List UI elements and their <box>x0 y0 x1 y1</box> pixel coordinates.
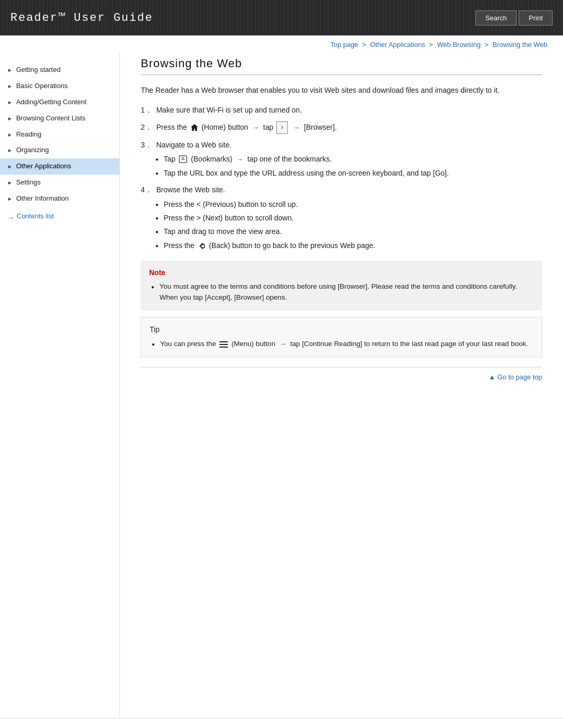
note-box: Note You must agree to the terms and con… <box>141 261 542 311</box>
step-3-subbullets: Tap (Bookmarks) → tap one of the bookmar… <box>155 153 542 179</box>
chevron-right-icon: ► <box>7 99 13 106</box>
step-3: 3． Navigate to a Web site. Tap (Bookmark… <box>141 139 542 179</box>
svg-rect-4 <box>219 347 228 348</box>
step-4-subbullets: Press the < (Previous) button to scroll … <box>155 199 542 252</box>
page-header: Reader™ User Guide Search Print <box>0 0 563 35</box>
go-to-top-link[interactable]: ▲ Go to page top <box>489 373 543 381</box>
sub-bullet: Tap and drag to move the view area. <box>155 226 542 237</box>
tip-label: Tip <box>150 324 533 335</box>
sub-bullet: Press the (Back) button to go back to th… <box>155 240 542 251</box>
chevron-right-icon: ► <box>7 131 13 138</box>
breadcrumb-top-page[interactable]: Top page <box>331 41 359 48</box>
note-label: Note <box>149 267 534 278</box>
svg-point-1 <box>182 157 184 159</box>
breadcrumb-current: Browsing the Web <box>493 41 547 48</box>
sidebar-item-reading[interactable]: ► Reading <box>0 127 119 143</box>
breadcrumb-web-browsing[interactable]: Web Browsing <box>437 41 481 48</box>
svg-rect-3 <box>219 344 228 345</box>
breadcrumb: Top page > Other Applications > Web Brow… <box>0 35 563 52</box>
search-button[interactable]: Search <box>475 10 517 26</box>
chevron-right-icon: ► <box>7 179 13 186</box>
sidebar-item-label: Basic Operations <box>16 82 68 91</box>
step-text: Navigate to a Web site. <box>156 141 231 149</box>
sidebar-item-label: Getting started <box>16 66 60 75</box>
svg-rect-2 <box>219 341 228 342</box>
page-layout: ► Getting started ► Basic Operations ► A… <box>0 52 563 718</box>
arrow-symbol: → <box>279 339 286 350</box>
app-title: Reader™ User Guide <box>10 11 153 24</box>
arrow-right-icon <box>7 214 15 219</box>
step-number: 3． <box>141 139 152 151</box>
home-icon <box>190 124 199 132</box>
sidebar-item-label: Settings <box>16 178 41 187</box>
back-icon <box>198 242 206 250</box>
chevron-right-icon: ► <box>7 195 13 202</box>
step-text: Browse the Web site. <box>156 186 225 194</box>
chevron-right-icon: ► <box>7 147 13 154</box>
step-number: 1． <box>141 104 152 116</box>
sidebar-item-label: Other Information <box>16 194 69 203</box>
chevron-right-icon: ► <box>7 115 13 122</box>
print-button[interactable]: Print <box>519 10 553 26</box>
chevron-right-icon: ► <box>7 83 13 90</box>
arrow-symbol: → <box>293 122 300 133</box>
sidebar: ► Getting started ► Basic Operations ► A… <box>0 52 120 718</box>
bookmark-icon <box>178 155 188 164</box>
sidebar-item-label: Reading <box>16 130 41 139</box>
sidebar-item-other-information[interactable]: ► Other Information <box>0 191 119 207</box>
main-content: Browsing the Web The Reader has a Web br… <box>120 52 563 718</box>
sub-bullet: Press the < (Previous) button to scroll … <box>155 199 542 210</box>
page-title: Browsing the Web <box>141 57 542 75</box>
sidebar-item-label: Adding/Getting Content <box>16 98 87 107</box>
chevron-right-icon: ► <box>7 67 13 73</box>
chevron-right-icon: ► <box>7 163 13 170</box>
sidebar-item-label: Organizing <box>16 146 49 155</box>
breadcrumb-other-applications[interactable]: Other Applications <box>370 41 425 48</box>
note-bullets: You must agree to the terms and conditio… <box>151 281 534 303</box>
step-text: Make sure that Wi-Fi is set up and turne… <box>156 106 302 114</box>
sub-bullet: Tap (Bookmarks) → tap one of the bookmar… <box>155 153 542 165</box>
sidebar-item-other-applications[interactable]: ► Other Applications <box>0 158 119 175</box>
tip-box: Tip You can press the (Menu) button → ta… <box>141 317 542 357</box>
svg-rect-0 <box>179 156 187 163</box>
menu-icon <box>219 341 228 348</box>
sidebar-item-settings[interactable]: ► Settings <box>0 175 119 191</box>
sub-bullet: Press the > (Next) button to scroll down… <box>155 212 542 224</box>
tip-bullets: You can press the (Menu) button → tap [C… <box>152 338 533 350</box>
arrow-symbol: → <box>252 122 259 133</box>
sidebar-item-organizing[interactable]: ► Organizing <box>0 142 119 158</box>
contents-list-link[interactable]: Contents list <box>0 207 119 222</box>
sub-bullet: Tap the URL box and type the URL address… <box>155 167 542 179</box>
arrow-symbol: → <box>237 154 243 165</box>
steps-list: 1． Make sure that Wi-Fi is set up and tu… <box>141 104 542 251</box>
step-1: 1． Make sure that Wi-Fi is set up and tu… <box>141 104 542 116</box>
step-4: 4． Browse the Web site. Press the < (Pre… <box>141 184 542 251</box>
go-to-top: ▲ Go to page top <box>141 367 542 385</box>
sidebar-item-basic-operations[interactable]: ► Basic Operations <box>0 78 119 94</box>
intro-paragraph: The Reader has a Web browser that enable… <box>141 84 542 96</box>
contents-list-label: Contents list <box>17 212 54 220</box>
step-number: 2． <box>141 121 152 133</box>
tip-bullet: You can press the (Menu) button → tap [C… <box>152 338 533 350</box>
header-buttons: Search Print <box>475 10 553 26</box>
sidebar-item-adding-content[interactable]: ► Adding/Getting Content <box>0 94 119 110</box>
step-text: Press the (Home) button → tap › → [Brows… <box>156 123 337 131</box>
sidebar-item-label: Browsing Content Lists <box>16 114 85 123</box>
step-number: 4． <box>141 184 152 195</box>
sidebar-item-browsing-lists[interactable]: ► Browsing Content Lists <box>0 110 119 127</box>
browser-nav-button: › <box>276 121 288 133</box>
sidebar-item-label: Other Applications <box>16 162 71 171</box>
step-2: 2． Press the (Home) button → tap › → [Br… <box>141 121 542 134</box>
note-bullet: You must agree to the terms and conditio… <box>151 281 534 303</box>
sidebar-item-getting-started[interactable]: ► Getting started <box>0 62 119 78</box>
footer: Copyright 2011 Sony Corporation <box>0 718 563 728</box>
